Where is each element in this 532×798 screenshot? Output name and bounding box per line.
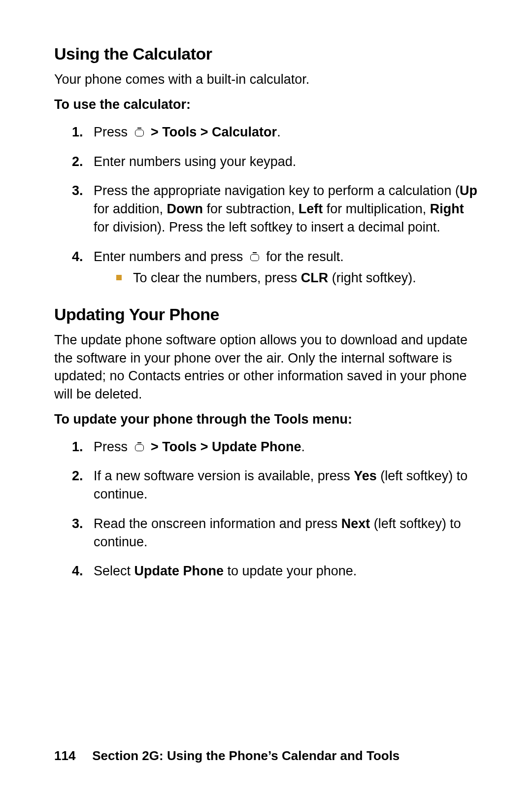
heading-calculator: Using the Calculator xyxy=(54,44,478,64)
step-text: Press xyxy=(94,439,128,454)
sub-bullet: To clear the numbers, press CLR (right s… xyxy=(116,269,478,287)
step-text: to update your phone. xyxy=(224,564,357,578)
step-text: Select xyxy=(94,564,134,578)
step-bold: Right xyxy=(430,201,464,216)
step-text: Enter numbers using your keypad. xyxy=(94,154,296,169)
step-bold: CLR xyxy=(301,270,329,285)
manual-page: Using the Calculator Your phone comes wi… xyxy=(0,0,532,798)
subhead-update-phone: To update your phone through the Tools m… xyxy=(54,412,478,427)
step-bold: > Tools > Calculator xyxy=(147,125,277,139)
step: Press the appropriate navigation key to … xyxy=(72,182,478,237)
step: Select Update Phone to update your phone… xyxy=(72,562,478,580)
steps-calculator: Press > Tools > Calculator. Enter number… xyxy=(72,123,478,287)
step-text: for multiplication, xyxy=(323,201,430,216)
step-text: . xyxy=(277,125,281,139)
heading-update-phone: Updating Your Phone xyxy=(54,305,478,324)
subhead-calculator: To use the calculator: xyxy=(54,97,478,112)
step-text: Press the appropriate navigation key to … xyxy=(94,183,460,198)
step-bold: Next xyxy=(341,516,370,531)
step: Enter numbers using your keypad. xyxy=(72,153,478,171)
step-bold: Up xyxy=(460,183,477,198)
step-text: . xyxy=(301,439,305,454)
footer-label: Section 2G: Using the Phone’s Calendar a… xyxy=(92,748,399,763)
step: If a new software version is available, … xyxy=(72,467,478,504)
nav-button-icon xyxy=(249,253,261,262)
nav-button-icon xyxy=(133,129,145,137)
step-text: for division). Press the left softkey to… xyxy=(94,220,440,234)
step-text: for addition, xyxy=(94,201,167,216)
step-bold: Update Phone xyxy=(134,564,224,578)
page-number: 114 xyxy=(54,748,89,764)
step-text: Press xyxy=(94,125,128,139)
step-text: for the result. xyxy=(266,249,344,264)
nav-button-icon xyxy=(133,443,145,452)
step-text: If a new software version is available, … xyxy=(94,468,354,483)
step-bold: > Tools > Update Phone xyxy=(147,439,301,454)
step-text: for subtraction, xyxy=(203,201,299,216)
step-text: To clear the numbers, press xyxy=(133,270,301,285)
page-footer: 114 Section 2G: Using the Phone’s Calend… xyxy=(54,748,399,764)
step: Press > Tools > Update Phone. xyxy=(72,438,478,456)
step-text: Read the onscreen information and press xyxy=(94,516,341,531)
step-bold: Left xyxy=(299,201,323,216)
step-text: Enter numbers and press xyxy=(94,249,243,264)
step: Enter numbers and press for the result. … xyxy=(72,248,478,288)
step: Press > Tools > Calculator. xyxy=(72,123,478,141)
step-bold: Down xyxy=(167,201,203,216)
steps-update-phone: Press > Tools > Update Phone. If a new s… xyxy=(72,438,478,581)
intro-update-phone: The update phone software option allows … xyxy=(54,331,478,403)
sub-bullets: To clear the numbers, press CLR (right s… xyxy=(116,269,478,287)
step: Read the onscreen information and press … xyxy=(72,515,478,552)
intro-calculator: Your phone comes with a built-in calcula… xyxy=(54,70,478,88)
step-text: (right softkey). xyxy=(328,270,416,285)
step-bold: Yes xyxy=(354,468,377,483)
